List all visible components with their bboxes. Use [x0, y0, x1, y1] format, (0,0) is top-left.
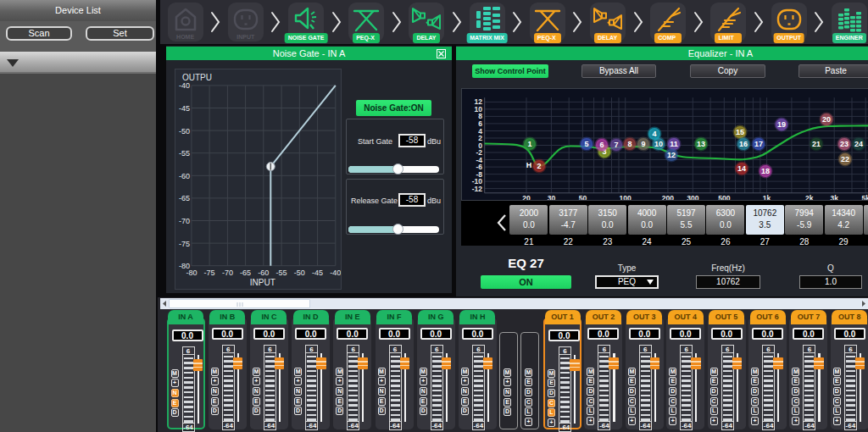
svg-text:-65: -65 [179, 194, 190, 202]
svg-text:22: 22 [841, 155, 849, 163]
svg-text:5k: 5k [861, 194, 868, 200]
svg-text:300: 300 [687, 194, 698, 200]
svg-text:50: 50 [579, 194, 587, 200]
svg-text:18: 18 [761, 167, 770, 175]
svg-text:-80: -80 [186, 269, 197, 277]
svg-text:H: H [526, 161, 532, 169]
svg-text:2k: 2k [805, 194, 814, 200]
svg-text:-60: -60 [258, 269, 269, 277]
svg-text:-40: -40 [330, 269, 341, 277]
svg-text:-50: -50 [179, 127, 190, 136]
svg-text:6: 6 [599, 141, 604, 149]
svg-text:12: 12 [475, 97, 483, 106]
svg-text:500: 500 [718, 194, 730, 200]
svg-text:-45: -45 [179, 104, 190, 113]
svg-text:-70: -70 [222, 269, 233, 277]
svg-text:10: 10 [654, 140, 663, 148]
svg-text:21: 21 [812, 140, 821, 148]
svg-text:-40: -40 [179, 81, 190, 90]
svg-text:-70: -70 [179, 217, 190, 225]
svg-text:200: 200 [662, 194, 674, 200]
svg-text:20: 20 [822, 115, 831, 124]
svg-text:16: 16 [739, 140, 748, 148]
svg-text:17: 17 [754, 140, 763, 148]
svg-text:-4: -4 [476, 156, 482, 164]
svg-text:24: 24 [854, 140, 863, 148]
svg-text:7: 7 [614, 141, 618, 149]
svg-text:OUTPU: OUTPU [182, 73, 212, 82]
svg-text:11: 11 [670, 140, 678, 148]
svg-text:20: 20 [522, 194, 531, 200]
svg-text:-65: -65 [240, 269, 251, 277]
svg-text:15: 15 [736, 128, 744, 136]
svg-text:14: 14 [737, 164, 746, 173]
svg-text:-2: -2 [476, 148, 482, 157]
svg-text:-55: -55 [276, 269, 287, 277]
svg-text:0: 0 [478, 141, 482, 150]
svg-text:5: 5 [584, 140, 588, 148]
svg-text:23: 23 [840, 140, 849, 148]
svg-text:12: 12 [667, 151, 676, 159]
svg-text:-6: -6 [476, 163, 482, 171]
svg-text:3k: 3k [830, 194, 838, 200]
svg-text:-55: -55 [179, 149, 190, 158]
svg-text:-45: -45 [312, 269, 323, 277]
svg-text:-75: -75 [204, 269, 215, 277]
svg-text:8: 8 [627, 140, 632, 148]
svg-text:-60: -60 [179, 172, 190, 180]
svg-text:19: 19 [777, 120, 786, 129]
svg-text:1k: 1k [763, 194, 771, 200]
svg-text:2: 2 [537, 162, 541, 170]
svg-text:30: 30 [548, 194, 556, 200]
svg-text:1: 1 [527, 140, 531, 148]
svg-text:4: 4 [478, 127, 482, 136]
svg-text:13: 13 [697, 140, 705, 148]
svg-text:-75: -75 [179, 240, 190, 248]
svg-text:9: 9 [641, 140, 645, 148]
svg-text:2: 2 [478, 134, 482, 142]
svg-text:100: 100 [620, 194, 632, 200]
svg-text:-50: -50 [294, 269, 305, 277]
svg-text:4: 4 [652, 130, 656, 138]
svg-text:INPUT: INPUT [250, 278, 275, 287]
